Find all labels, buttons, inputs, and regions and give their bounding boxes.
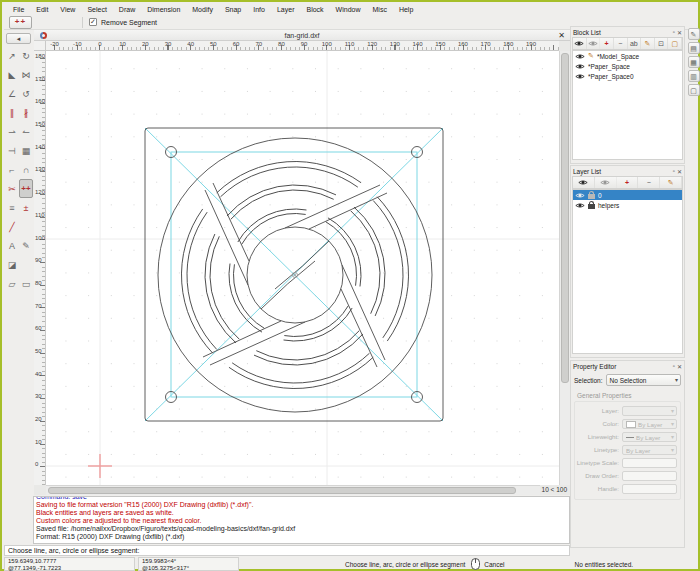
- menu-item[interactable]: Layer: [272, 5, 300, 14]
- divide-tool-button[interactable]: ++: [9, 16, 32, 29]
- h-ruler-label: 60: [225, 41, 248, 47]
- modify-tool-button[interactable]: ↼: [19, 122, 33, 141]
- visibility-eye-icon[interactable]: [575, 73, 585, 80]
- property-control[interactable]: [622, 484, 677, 494]
- layer-list-item[interactable]: 0: [573, 190, 682, 200]
- menu-item[interactable]: Help: [394, 5, 418, 14]
- dock-toggle-button[interactable]: ▥: [688, 70, 700, 82]
- modify-tool-button[interactable]: ∩: [19, 160, 33, 179]
- dock-toggle-button[interactable]: ▢: [688, 84, 700, 96]
- add-block-button[interactable]: +: [600, 38, 614, 49]
- vertical-scrollbar[interactable]: [559, 51, 570, 485]
- modify-tool-button[interactable]: ∥: [5, 103, 19, 122]
- block-list-item[interactable]: *Paper_Space0: [573, 71, 682, 81]
- modify-tool-button[interactable]: ▭: [19, 274, 33, 293]
- float-panel-icon[interactable]: ▫: [673, 168, 675, 174]
- menu-item[interactable]: Modify: [187, 5, 218, 14]
- modify-tool-button[interactable]: [19, 255, 33, 274]
- dock-toggle-button[interactable]: ✎: [688, 28, 700, 40]
- layer-visibility-icon[interactable]: [575, 202, 585, 209]
- h-ruler-label: 80: [270, 41, 293, 47]
- modify-tool-button[interactable]: ◪: [5, 255, 19, 274]
- modify-tool-button[interactable]: ⊣: [5, 141, 19, 160]
- unlock-icon[interactable]: [588, 194, 595, 199]
- modify-tool-button[interactable]: ✂: [5, 179, 19, 198]
- visibility-eye-icon[interactable]: [575, 53, 585, 60]
- remove-block-button[interactable]: −: [614, 38, 628, 49]
- visibility-eye-icon[interactable]: [575, 63, 585, 70]
- block-list-item[interactable]: *Paper_Space: [573, 61, 682, 71]
- modify-tool-button[interactable]: ↻: [19, 46, 33, 65]
- horizontal-scrollbar[interactable]: [46, 485, 540, 495]
- save-block-button[interactable]: ▢: [668, 38, 682, 49]
- show-all-blocks-button[interactable]: [573, 38, 587, 49]
- modify-tool-button[interactable]: ╱: [5, 217, 19, 236]
- h-ruler-label: 20: [134, 41, 157, 47]
- float-panel-icon[interactable]: ▫: [673, 29, 675, 35]
- remove-segment-checkbox[interactable]: ✓: [89, 18, 97, 26]
- menu-item[interactable]: Dimension: [142, 5, 185, 14]
- menu-item[interactable]: Block: [301, 5, 328, 14]
- close-panel-icon[interactable]: ✕: [677, 363, 682, 370]
- menu-item[interactable]: Window: [331, 5, 366, 14]
- modify-tool-button[interactable]: ∦: [19, 103, 33, 122]
- modify-tool-button[interactable]: A: [5, 236, 19, 255]
- menu-item[interactable]: Snap: [220, 5, 246, 14]
- property-control[interactable]: [622, 458, 677, 468]
- modify-tool-button[interactable]: ▱: [5, 274, 19, 293]
- menu-item[interactable]: Select: [82, 5, 111, 14]
- property-label: Linetype Scale:: [575, 459, 622, 466]
- hide-all-layers-button[interactable]: [595, 177, 617, 188]
- command-line-input[interactable]: Choose line, arc, circle or ellipse segm…: [4, 545, 570, 556]
- insert-block-button[interactable]: ⊡: [655, 38, 669, 49]
- property-control[interactable]: [622, 471, 677, 481]
- back-button[interactable]: ◂: [6, 33, 31, 44]
- layer-visibility-icon[interactable]: [575, 192, 585, 199]
- modify-tool-button[interactable]: ✎: [19, 236, 33, 255]
- block-list-item[interactable]: ✎ *Model_Space: [573, 51, 682, 61]
- property-control[interactable]: [622, 406, 677, 416]
- h-scroll-thumb[interactable]: [48, 487, 516, 494]
- menu-item[interactable]: Edit: [31, 5, 53, 14]
- modify-tool-button[interactable]: [19, 217, 33, 236]
- dock-toggle-button[interactable]: ▦: [688, 56, 700, 68]
- modify-tool-button[interactable]: ▦: [19, 141, 33, 160]
- menu-item[interactable]: File: [8, 5, 29, 14]
- add-layer-button[interactable]: +: [617, 177, 639, 188]
- modify-tool-button[interactable]: ++: [19, 179, 33, 198]
- modify-tool-button[interactable]: ≡: [5, 198, 19, 217]
- lock-icon[interactable]: [588, 204, 595, 209]
- menu-item[interactable]: Info: [248, 5, 270, 14]
- dock-toggle-button[interactable]: ▤: [688, 42, 700, 54]
- modify-tool-button[interactable]: ⌐: [5, 160, 19, 179]
- menu-item[interactable]: View: [55, 5, 80, 14]
- rename-block-button[interactable]: ab: [628, 38, 642, 49]
- modify-tool-button[interactable]: ⋈: [19, 65, 33, 84]
- modify-tool-button[interactable]: ∠: [5, 84, 19, 103]
- menu-item[interactable]: Draw: [114, 5, 140, 14]
- modify-tool-button[interactable]: ⇀: [5, 122, 19, 141]
- modify-tool-button[interactable]: ↗: [5, 46, 19, 65]
- command-history[interactable]: Command: saveSaving to file format versi…: [33, 496, 570, 544]
- property-control[interactable]: By Layer: [622, 445, 677, 455]
- menu-item[interactable]: Misc: [368, 5, 392, 14]
- drawing-canvas[interactable]: [46, 51, 559, 485]
- edit-layer-button[interactable]: ✎: [660, 177, 682, 188]
- modify-tool-button[interactable]: ◣: [5, 65, 19, 84]
- v-scroll-thumb[interactable]: [561, 53, 569, 383]
- property-control[interactable]: By Layer: [622, 432, 677, 442]
- command-history-line: Black entities and layers are saved as w…: [36, 509, 567, 517]
- modify-tool-button[interactable]: ±: [19, 198, 33, 217]
- hide-all-blocks-button[interactable]: [587, 38, 601, 49]
- selection-combobox[interactable]: No Selection: [606, 374, 681, 386]
- property-control[interactable]: By Layer: [622, 419, 677, 429]
- edit-block-button[interactable]: ✎: [641, 38, 655, 49]
- close-panel-icon[interactable]: ✕: [677, 168, 682, 175]
- close-panel-icon[interactable]: ✕: [677, 29, 682, 36]
- remove-layer-button[interactable]: −: [638, 177, 660, 188]
- float-panel-icon[interactable]: ▫: [673, 363, 675, 369]
- layer-list-item[interactable]: helpers: [573, 200, 682, 210]
- modify-tool-button[interactable]: ↺: [19, 84, 33, 103]
- close-document-icon[interactable]: ✕: [558, 31, 565, 40]
- show-all-layers-button[interactable]: [573, 177, 595, 188]
